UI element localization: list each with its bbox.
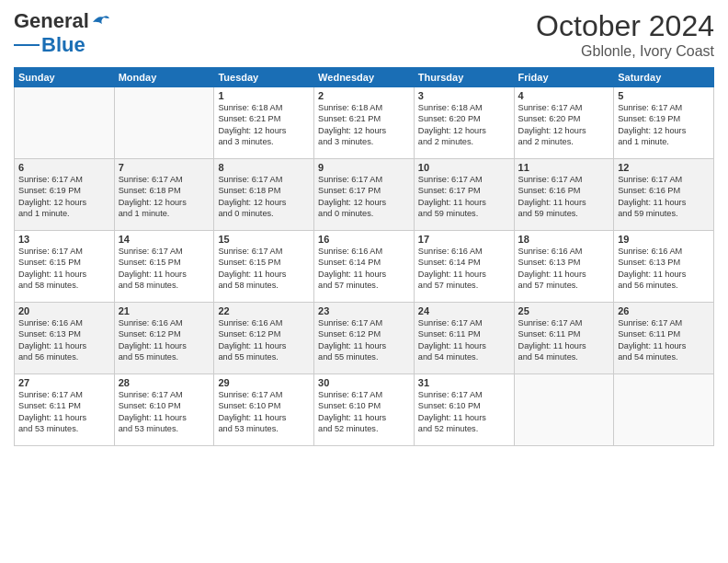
day-info: Sunrise: 6:17 AM Sunset: 6:16 PM Dayligh… (518, 174, 610, 220)
day-info: Sunrise: 6:17 AM Sunset: 6:11 PM Dayligh… (18, 389, 110, 435)
calendar-table: SundayMondayTuesdayWednesdayThursdayFrid… (14, 67, 714, 446)
day-info: Sunrise: 6:16 AM Sunset: 6:14 PM Dayligh… (318, 246, 410, 292)
calendar-cell: 30Sunrise: 6:17 AM Sunset: 6:10 PM Dayli… (314, 374, 415, 446)
day-info: Sunrise: 6:17 AM Sunset: 6:18 PM Dayligh… (119, 174, 210, 220)
weekday-header-wednesday: Wednesday (314, 68, 415, 87)
day-info: Sunrise: 6:17 AM Sunset: 6:15 PM Dayligh… (119, 246, 210, 292)
weekday-header-monday: Monday (114, 68, 214, 87)
day-number: 20 (18, 305, 110, 316)
day-info: Sunrise: 6:17 AM Sunset: 6:18 PM Dayligh… (218, 174, 310, 220)
day-number: 22 (218, 305, 310, 316)
calendar-cell: 20Sunrise: 6:16 AM Sunset: 6:13 PM Dayli… (15, 303, 115, 374)
day-number: 16 (318, 234, 410, 245)
day-info: Sunrise: 6:17 AM Sunset: 6:15 PM Dayligh… (218, 246, 310, 292)
day-info: Sunrise: 6:16 AM Sunset: 6:13 PM Dayligh… (518, 246, 610, 292)
day-info: Sunrise: 6:16 AM Sunset: 6:13 PM Dayligh… (18, 317, 110, 363)
day-number: 13 (18, 234, 110, 245)
day-info: Sunrise: 6:17 AM Sunset: 6:15 PM Dayligh… (18, 246, 110, 292)
calendar-cell: 6Sunrise: 6:17 AM Sunset: 6:19 PM Daylig… (15, 159, 115, 231)
calendar-cell: 29Sunrise: 6:17 AM Sunset: 6:10 PM Dayli… (214, 374, 314, 446)
location-title: Gblonle, Ivory Coast (536, 43, 714, 60)
day-number: 9 (318, 162, 410, 173)
day-number: 10 (418, 162, 510, 173)
day-info: Sunrise: 6:16 AM Sunset: 6:13 PM Dayligh… (618, 246, 710, 292)
day-number: 7 (119, 162, 210, 173)
day-number: 1 (218, 90, 310, 101)
day-number: 8 (218, 162, 310, 173)
day-number: 26 (618, 305, 710, 316)
title-block: October 2024 Gblonle, Ivory Coast (536, 9, 714, 60)
calendar-cell: 4Sunrise: 6:17 AM Sunset: 6:20 PM Daylig… (514, 87, 614, 159)
day-info: Sunrise: 6:17 AM Sunset: 6:10 PM Dayligh… (218, 389, 310, 435)
weekday-header-saturday: Saturday (614, 68, 714, 87)
week-row-4: 20Sunrise: 6:16 AM Sunset: 6:13 PM Dayli… (15, 303, 714, 374)
day-number: 18 (518, 234, 610, 245)
calendar-cell: 3Sunrise: 6:18 AM Sunset: 6:20 PM Daylig… (414, 87, 514, 159)
logo: General Blue (14, 9, 111, 57)
day-info: Sunrise: 6:17 AM Sunset: 6:11 PM Dayligh… (518, 317, 610, 363)
day-number: 4 (518, 90, 610, 101)
calendar-cell: 10Sunrise: 6:17 AM Sunset: 6:17 PM Dayli… (414, 159, 514, 231)
day-info: Sunrise: 6:17 AM Sunset: 6:12 PM Dayligh… (318, 317, 410, 363)
day-info: Sunrise: 6:17 AM Sunset: 6:10 PM Dayligh… (318, 389, 410, 435)
calendar-cell: 12Sunrise: 6:17 AM Sunset: 6:16 PM Dayli… (614, 159, 714, 231)
calendar-cell (514, 374, 614, 446)
day-info: Sunrise: 6:17 AM Sunset: 6:11 PM Dayligh… (418, 317, 510, 363)
calendar-cell: 22Sunrise: 6:16 AM Sunset: 6:12 PM Dayli… (214, 303, 314, 374)
day-number: 12 (618, 162, 710, 173)
day-info: Sunrise: 6:17 AM Sunset: 6:10 PM Dayligh… (418, 389, 510, 435)
day-info: Sunrise: 6:16 AM Sunset: 6:12 PM Dayligh… (119, 317, 210, 363)
calendar-cell: 13Sunrise: 6:17 AM Sunset: 6:15 PM Dayli… (15, 231, 115, 303)
week-row-2: 6Sunrise: 6:17 AM Sunset: 6:19 PM Daylig… (15, 159, 714, 231)
day-number: 14 (119, 234, 210, 245)
day-info: Sunrise: 6:18 AM Sunset: 6:21 PM Dayligh… (218, 102, 310, 148)
day-info: Sunrise: 6:18 AM Sunset: 6:20 PM Dayligh… (418, 102, 510, 148)
header: General Blue October 2024 Gblonle, Ivory… (14, 9, 714, 60)
day-number: 31 (418, 377, 510, 388)
day-info: Sunrise: 6:17 AM Sunset: 6:17 PM Dayligh… (418, 174, 510, 220)
calendar-cell: 7Sunrise: 6:17 AM Sunset: 6:18 PM Daylig… (114, 159, 214, 231)
calendar-cell: 14Sunrise: 6:17 AM Sunset: 6:15 PM Dayli… (114, 231, 214, 303)
day-number: 27 (18, 377, 110, 388)
calendar-cell: 28Sunrise: 6:17 AM Sunset: 6:10 PM Dayli… (114, 374, 214, 446)
logo-bird-icon (91, 13, 111, 29)
calendar-cell: 16Sunrise: 6:16 AM Sunset: 6:14 PM Dayli… (314, 231, 415, 303)
day-number: 2 (318, 90, 410, 101)
calendar-cell: 18Sunrise: 6:16 AM Sunset: 6:13 PM Dayli… (514, 231, 614, 303)
day-number: 5 (618, 90, 710, 101)
calendar-cell: 2Sunrise: 6:18 AM Sunset: 6:21 PM Daylig… (314, 87, 415, 159)
week-row-3: 13Sunrise: 6:17 AM Sunset: 6:15 PM Dayli… (15, 231, 714, 303)
calendar-cell (15, 87, 115, 159)
calendar-cell: 19Sunrise: 6:16 AM Sunset: 6:13 PM Dayli… (614, 231, 714, 303)
day-number: 15 (218, 234, 310, 245)
logo-general: General (14, 9, 89, 33)
day-number: 17 (418, 234, 510, 245)
day-number: 23 (318, 305, 410, 316)
calendar-cell: 5Sunrise: 6:17 AM Sunset: 6:19 PM Daylig… (614, 87, 714, 159)
calendar-cell (614, 374, 714, 446)
week-row-5: 27Sunrise: 6:17 AM Sunset: 6:11 PM Dayli… (15, 374, 714, 446)
day-number: 28 (119, 377, 210, 388)
week-row-1: 1Sunrise: 6:18 AM Sunset: 6:21 PM Daylig… (15, 87, 714, 159)
day-info: Sunrise: 6:17 AM Sunset: 6:19 PM Dayligh… (18, 174, 110, 220)
calendar-cell: 11Sunrise: 6:17 AM Sunset: 6:16 PM Dayli… (514, 159, 614, 231)
day-info: Sunrise: 6:17 AM Sunset: 6:17 PM Dayligh… (318, 174, 410, 220)
weekday-header-thursday: Thursday (414, 68, 514, 87)
day-info: Sunrise: 6:16 AM Sunset: 6:12 PM Dayligh… (218, 317, 310, 363)
day-number: 11 (518, 162, 610, 173)
calendar-cell: 8Sunrise: 6:17 AM Sunset: 6:18 PM Daylig… (214, 159, 314, 231)
calendar-cell: 21Sunrise: 6:16 AM Sunset: 6:12 PM Dayli… (114, 303, 214, 374)
calendar-cell: 25Sunrise: 6:17 AM Sunset: 6:11 PM Dayli… (514, 303, 614, 374)
logo-blue: Blue (41, 33, 85, 57)
day-number: 3 (418, 90, 510, 101)
day-info: Sunrise: 6:18 AM Sunset: 6:21 PM Dayligh… (318, 102, 410, 148)
calendar-cell: 26Sunrise: 6:17 AM Sunset: 6:11 PM Dayli… (614, 303, 714, 374)
day-number: 19 (618, 234, 710, 245)
weekday-header-sunday: Sunday (15, 68, 115, 87)
calendar-cell: 23Sunrise: 6:17 AM Sunset: 6:12 PM Dayli… (314, 303, 415, 374)
calendar-cell: 9Sunrise: 6:17 AM Sunset: 6:17 PM Daylig… (314, 159, 415, 231)
day-number: 21 (119, 305, 210, 316)
calendar-cell: 31Sunrise: 6:17 AM Sunset: 6:10 PM Dayli… (414, 374, 514, 446)
day-info: Sunrise: 6:17 AM Sunset: 6:20 PM Dayligh… (518, 102, 610, 148)
weekday-header-tuesday: Tuesday (214, 68, 314, 87)
